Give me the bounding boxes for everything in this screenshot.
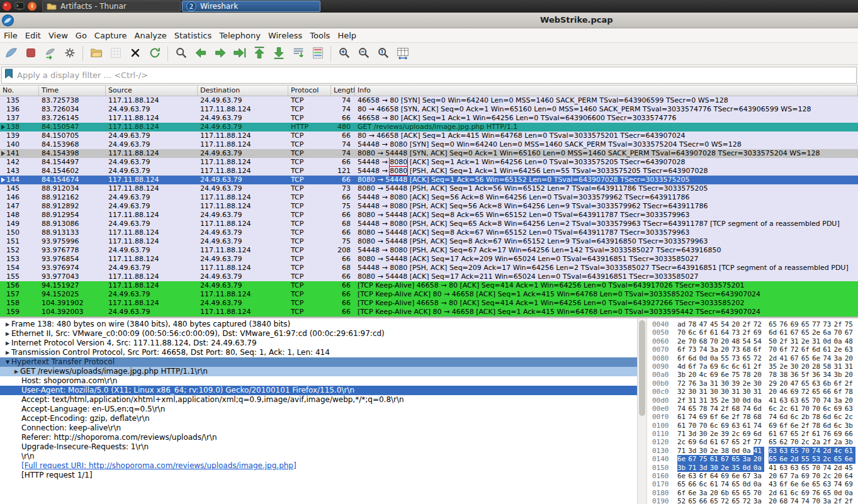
packet-row-151[interactable]: 15193.975996117.11.88.12424.49.63.79TCP7… <box>0 237 858 246</box>
detail-row-3[interactable]: ▶Transmission Control Protocol, Src Port… <box>0 348 637 357</box>
find-packet-button[interactable] <box>171 45 191 63</box>
detail-row-2[interactable]: ▶Internet Protocol Version 4, Src: 117.1… <box>0 339 637 348</box>
details-scrollbar[interactable] <box>637 318 647 504</box>
hex-row-0160[interactable]: 01606e636f64696e673a20677a69702c2064 <box>652 472 858 480</box>
hex-row-00d0[interactable]: 00d02f3131352e300d0a4163636570743a20 <box>652 396 858 405</box>
start-capture-button[interactable] <box>1 45 21 63</box>
menu-item-statistics[interactable]: Statistics <box>171 29 215 42</box>
packet-row-137[interactable]: 13783.726145117.11.88.12424.49.63.79TCP6… <box>0 114 858 123</box>
detail-row-15[interactable]: [Full request URI: http://shoporoma.com/… <box>0 461 637 471</box>
capture-options-button[interactable] <box>60 45 79 63</box>
hex-row-00c0[interactable]: 00c032303130303130312046697265666f78 <box>652 388 858 396</box>
detail-row-16[interactable]: [HTTP request 1/1] <box>0 471 637 480</box>
detail-row-7[interactable]: User-Agent: Mozilla/5.0 (X11; Linux x86_… <box>0 386 637 395</box>
packet-row-149[interactable]: 14988.91308624.49.63.79117.11.88.124TCP6… <box>0 220 858 228</box>
hex-row-0130[interactable]: 0130713d302e380d0a4163636570742d4c61 <box>652 447 858 455</box>
display-filter-input[interactable] <box>17 68 856 82</box>
packet-row-146[interactable]: 14688.91216224.49.63.79117.11.88.124TCP6… <box>0 193 858 202</box>
detail-row-4[interactable]: ▼Hypertext Transfer Protocol <box>0 357 637 367</box>
taskbar-window-wireshark[interactable]: 2Wireshark <box>182 1 320 12</box>
packet-row-141[interactable]: 14184.154398117.11.88.12424.49.63.79TCP7… <box>0 149 858 158</box>
menu-item-view[interactable]: View <box>45 29 72 42</box>
window-titlebar[interactable]: WebStrike.pcap <box>0 13 858 28</box>
expanded-arrow-icon[interactable]: ▼ <box>4 357 11 367</box>
detail-row-14[interactable]: \r\n <box>0 452 637 461</box>
column-header-no[interactable]: No. <box>0 86 39 96</box>
zoom-out-button[interactable] <box>354 45 373 63</box>
next-packet-button[interactable] <box>210 45 230 63</box>
hex-row-0070[interactable]: 00706f73743a2073686f706f726f6d612e63 <box>652 345 858 354</box>
detail-row-6[interactable]: Host: shoporoma.com\r\n <box>0 376 637 386</box>
detail-row-11[interactable]: Connection: keep-alive\r\n <box>0 423 637 433</box>
packet-row-143[interactable]: 14384.15460224.49.63.79117.11.88.124TCP1… <box>0 167 858 176</box>
hex-row-0140[interactable]: 01406e67756167653a20656e2d55532c656e <box>652 455 858 463</box>
menu-item-analyze[interactable]: Analyze <box>131 29 171 42</box>
packet-row-138[interactable]: 13884.150547117.11.88.12424.49.63.79HTTP… <box>0 123 858 132</box>
hex-row-0170[interactable]: 017065666c6174650d0a436f6e6e65637469 <box>652 480 858 488</box>
menu-item-edit[interactable]: Edit <box>21 29 45 42</box>
stop-capture-button[interactable] <box>21 45 40 63</box>
column-header-length[interactable]: Length <box>331 86 355 96</box>
detail-row-8[interactable]: Accept: text/html,application/xhtml+xml,… <box>0 395 637 405</box>
detail-row-5[interactable]: ▶GET /reviews/uploads/image.jpg.php HTTP… <box>0 367 637 376</box>
collapsed-arrow-icon[interactable]: ▶ <box>13 367 20 376</box>
menu-item-help[interactable]: Help <box>334 29 360 42</box>
menu-item-tools[interactable]: Tools <box>306 29 334 42</box>
hex-row-00a0[interactable]: 00a03b204c696e7578207838365f36343b20 <box>652 371 858 379</box>
save-file-button[interactable] <box>106 45 125 63</box>
packet-row-153[interactable]: 15393.976854117.11.88.12424.49.63.79TCP6… <box>0 255 858 264</box>
detail-row-13[interactable]: Upgrade-Insecure-Requests: 1\r\n <box>0 442 637 452</box>
menu-item-telephony[interactable]: Telephony <box>215 29 264 42</box>
hex-row-0040[interactable]: 0040ad78474554202f726576696577732f75 <box>652 320 858 328</box>
packet-row-157[interactable]: 15794.15202524.49.63.79117.11.88.124TCP6… <box>0 290 858 299</box>
packet-row-140[interactable]: 14084.15396824.49.63.79117.11.88.124TCP7… <box>0 140 858 149</box>
hex-row-0180[interactable]: 01806f6e3a206b6565702d616c6976650d0a <box>652 489 858 497</box>
packet-row-150[interactable]: 15088.913133117.11.88.12424.49.63.79TCP6… <box>0 228 858 237</box>
auto-scroll-button[interactable] <box>288 45 308 63</box>
packet-row-145[interactable]: 14588.912034117.11.88.12424.49.63.79TCP7… <box>0 184 858 193</box>
details-scrollbar-thumb[interactable] <box>639 320 645 416</box>
packet-row-147[interactable]: 14788.91289224.49.63.79117.11.88.124TCP7… <box>0 202 858 211</box>
hex-row-0150[interactable]: 01503b713d302e350d0a4163636570742d45 <box>652 464 858 472</box>
open-file-button[interactable] <box>86 45 106 63</box>
collapsed-arrow-icon[interactable]: ▶ <box>4 329 11 339</box>
packet-row-158[interactable]: 158104.391902117.11.88.12424.49.63.79TCP… <box>0 299 858 308</box>
zoom-original-button[interactable] <box>373 45 393 63</box>
taskbar-window-artifacts-thunar[interactable]: Artifacts - Thunar <box>42 1 181 12</box>
hex-row-0110[interactable]: 0110713d302e392c696d6167652f61766966 <box>652 430 858 438</box>
hex-row-0100[interactable]: 01006170706c69636174696f6e2f786d6c3b <box>652 422 858 430</box>
packet-row-155[interactable]: 15593.977043117.11.88.12424.49.63.79TCP6… <box>0 272 858 281</box>
detail-row-12[interactable]: Referer: http://shoporoma.com/reviews/up… <box>0 433 637 442</box>
zoom-in-button[interactable] <box>334 45 354 63</box>
packet-row-136[interactable]: 13683.72603424.49.63.79117.11.88.124TCP7… <box>0 105 858 114</box>
column-header-source[interactable]: Source <box>106 86 198 96</box>
hex-row-0120[interactable]: 01202c696d6167652f776562702c2a2f2a3b <box>652 438 858 446</box>
terminal-icon[interactable] <box>14 1 25 11</box>
restart-capture-button[interactable] <box>40 45 60 63</box>
packet-row-154[interactable]: 15493.97697424.49.63.79117.11.88.124TCP6… <box>0 264 858 272</box>
packet-row-159[interactable]: 159104.39200324.49.63.79117.11.88.124TCP… <box>0 308 858 316</box>
hex-row-00f0[interactable]: 00f06174696f6e2f7868746d6c2b786d6c2c <box>652 413 858 421</box>
previous-packet-button[interactable] <box>191 45 210 63</box>
detail-row-10[interactable]: Accept-Encoding: gzip, deflate\r\n <box>0 414 637 423</box>
last-packet-button[interactable] <box>269 45 288 63</box>
collapsed-arrow-icon[interactable]: ▶ <box>4 339 11 348</box>
app-menu-icon[interactable] <box>2 1 12 11</box>
hex-row-0060[interactable]: 00602e70687020485454502f312e310d0a48 <box>652 337 858 345</box>
packet-row-139[interactable]: 13984.15070524.49.63.79117.11.88.124TCP6… <box>0 132 858 140</box>
packet-row-135[interactable]: 13583.725738117.11.88.12424.49.63.79TCP7… <box>0 96 858 105</box>
colorize-button[interactable] <box>308 45 327 63</box>
packet-row-156[interactable]: 15694.151927117.11.88.12424.49.63.79TCP6… <box>0 281 858 290</box>
packet-row-148[interactable]: 14888.912954117.11.88.12424.49.63.79TCP6… <box>0 211 858 220</box>
detail-row-9[interactable]: Accept-Language: en-US,en;q=0.5\r\n <box>0 405 637 414</box>
collapsed-arrow-icon[interactable]: ▶ <box>4 320 11 329</box>
hex-row-0190[interactable]: 0190526566657265723a20687474703a2f2f <box>652 497 858 504</box>
reload-file-button[interactable] <box>145 45 164 63</box>
close-file-button[interactable] <box>125 45 145 63</box>
first-packet-button[interactable] <box>249 45 269 63</box>
display-filter-box[interactable] <box>1 67 857 84</box>
resize-columns-button[interactable] <box>393 45 412 63</box>
column-header-protocol[interactable]: Protocol <box>288 86 331 96</box>
menu-item-wireless[interactable]: Wireless <box>264 29 306 42</box>
hex-row-0080[interactable]: 00806f6d0d0a557365722d4167656e743a20 <box>652 354 858 362</box>
